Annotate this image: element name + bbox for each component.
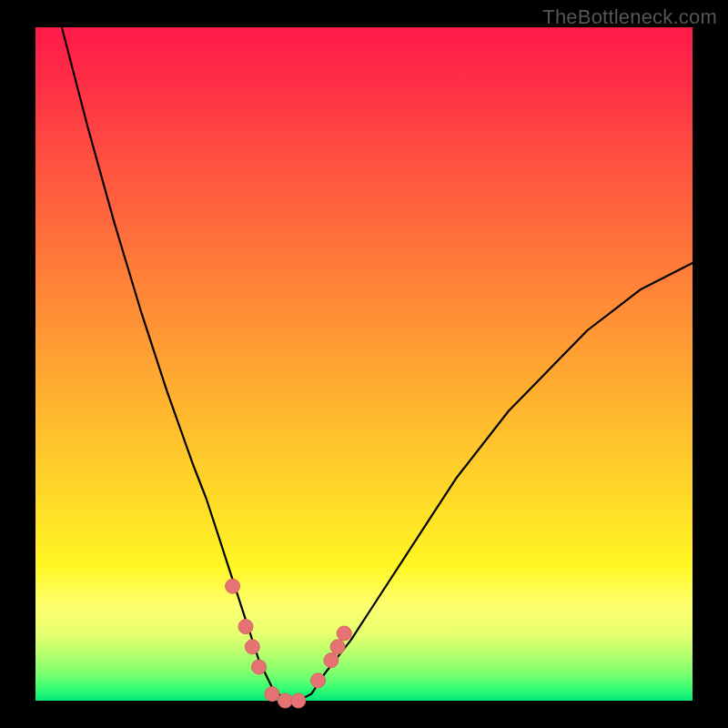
curve-marker bbox=[291, 693, 306, 708]
curve-marker bbox=[226, 579, 240, 593]
curve-marker bbox=[265, 687, 279, 702]
curve-svg bbox=[35, 27, 693, 701]
curve-marker bbox=[238, 620, 253, 634]
plot-area bbox=[35, 27, 693, 701]
curve-marker bbox=[324, 653, 339, 668]
watermark-text: TheBottleneck.com bbox=[542, 5, 717, 29]
curve-marker bbox=[337, 626, 351, 641]
chart-frame: TheBottleneck.com bbox=[0, 0, 728, 728]
bottleneck-curve bbox=[62, 27, 693, 701]
curve-marker bbox=[330, 640, 345, 654]
curve-marker bbox=[245, 640, 259, 654]
curve-marker bbox=[311, 673, 326, 688]
curve-group bbox=[62, 27, 693, 701]
marker-group bbox=[226, 579, 352, 708]
curve-marker bbox=[278, 693, 292, 708]
curve-marker bbox=[252, 660, 267, 674]
